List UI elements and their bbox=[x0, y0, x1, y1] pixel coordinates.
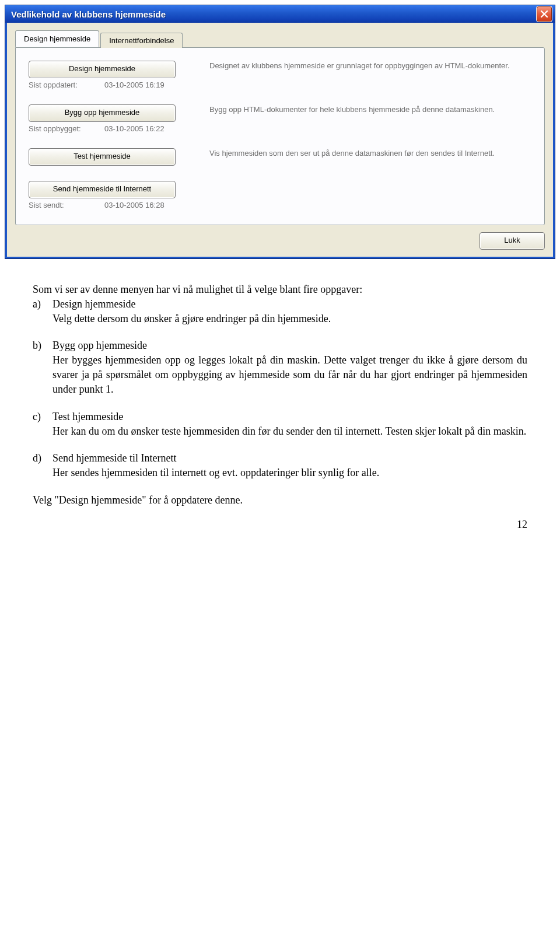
bygg-opp-hjemmeside-button[interactable]: Bygg opp hjemmeside bbox=[29, 104, 176, 122]
row-send: Send hjemmeside til Internett Sist sendt… bbox=[29, 181, 531, 209]
item-body-text: Velg dette dersom du ønsker å gjøre endr… bbox=[52, 313, 331, 324]
tab-internettforbindelse[interactable]: Internettforbindelse bbox=[100, 33, 183, 48]
lukk-button[interactable]: Lukk bbox=[480, 232, 545, 250]
list-item: b) Bygg opp hjemmeside Her bygges hjemme… bbox=[33, 338, 527, 396]
window-title: Vedlikehold av klubbens hjemmeside bbox=[11, 9, 536, 19]
item-title: Bygg opp hjemmeside bbox=[52, 340, 147, 351]
test-hjemmeside-button[interactable]: Test hjemmeside bbox=[29, 148, 176, 166]
description-text bbox=[198, 181, 531, 209]
list-item: d) Send hjemmeside til Internett Her sen… bbox=[33, 451, 527, 480]
list-item: a) Design hjemmeside Velg dette dersom d… bbox=[33, 297, 527, 326]
status-label: Sist oppbygget: bbox=[29, 124, 104, 133]
item-marker: b) bbox=[33, 338, 52, 396]
status-value: 03-10-2005 16:22 bbox=[104, 124, 198, 133]
item-title: Send hjemmeside til Internett bbox=[52, 452, 176, 464]
tabstrip: Design hjemmeside Internettforbindelse bbox=[15, 31, 545, 47]
item-marker: d) bbox=[33, 451, 52, 480]
item-body-text: Her bygges hjemmesiden opp og legges lok… bbox=[52, 354, 527, 395]
status-value: 03-10-2005 16:19 bbox=[104, 81, 198, 89]
send-hjemmeside-button[interactable]: Send hjemmeside til Internett bbox=[29, 181, 176, 198]
status-label: Sist oppdatert: bbox=[29, 81, 104, 89]
tab-design-hjemmeside[interactable]: Design hjemmeside bbox=[15, 30, 99, 47]
description-text: Vis hjemmesiden som den ser ut på denne … bbox=[198, 148, 531, 166]
outro-text: Velg "Design hjemmeside" for å oppdatere… bbox=[33, 493, 527, 508]
item-marker: a) bbox=[33, 297, 52, 326]
item-title: Test hjemmeside bbox=[52, 411, 123, 422]
document-body: Som vi ser av denne menyen har vi nå mul… bbox=[0, 259, 560, 508]
item-title: Design hjemmeside bbox=[52, 298, 135, 310]
list-item: c) Test hjemmeside Her kan du om du ønsk… bbox=[33, 410, 527, 439]
titlebar[interactable]: Vedlikehold av klubbens hjemmeside bbox=[5, 5, 555, 23]
item-body-text: Her sendes hjemmesiden til internett og … bbox=[52, 467, 379, 478]
item-marker: c) bbox=[33, 410, 52, 439]
status-label: Sist sendt: bbox=[29, 201, 104, 209]
row-test: Test hjemmeside Vis hjemmesiden som den … bbox=[29, 148, 531, 166]
item-body-text: Her kan du om du ønsker teste hjemmeside… bbox=[52, 425, 526, 437]
page-number: 12 bbox=[517, 519, 527, 531]
client-area: Design hjemmeside Internettforbindelse D… bbox=[5, 23, 555, 258]
dialog-footer: Lukk bbox=[15, 225, 545, 250]
tabpanel-design: Design hjemmeside Sist oppdatert: 03-10-… bbox=[15, 47, 545, 225]
close-icon[interactable] bbox=[536, 6, 552, 22]
row-design: Design hjemmeside Sist oppdatert: 03-10-… bbox=[29, 61, 531, 89]
description-text: Bygg opp HTML-dokumenter for hele klubbe… bbox=[198, 104, 531, 133]
dialog-window: Vedlikehold av klubbens hjemmeside Desig… bbox=[5, 5, 555, 259]
row-bygg: Bygg opp hjemmeside Sist oppbygget: 03-1… bbox=[29, 104, 531, 133]
intro-text: Som vi ser av denne menyen har vi nå mul… bbox=[33, 282, 527, 297]
design-hjemmeside-button[interactable]: Design hjemmeside bbox=[29, 61, 176, 78]
description-text: Designet av klubbens hjemmeside er grunn… bbox=[198, 61, 531, 89]
status-value: 03-10-2005 16:28 bbox=[104, 201, 198, 209]
